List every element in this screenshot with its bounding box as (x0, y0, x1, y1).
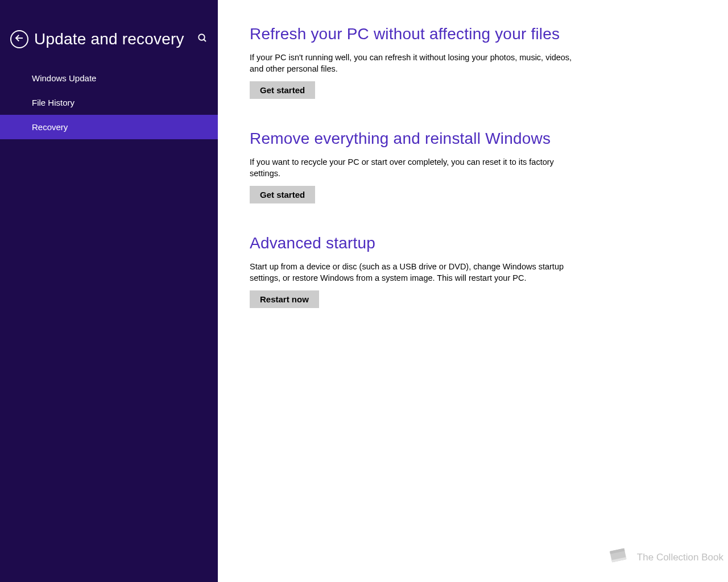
main-content: Refresh your PC without affecting your f… (218, 0, 728, 582)
svg-line-2 (204, 39, 206, 41)
search-icon (197, 33, 208, 45)
section-heading: Advanced startup (250, 234, 580, 252)
restart-now-button[interactable]: Restart now (250, 290, 319, 308)
sidebar-item-label: Recovery (32, 122, 68, 132)
section-heading: Refresh your PC without affecting your f… (250, 25, 580, 43)
watermark-text: The Collection Book (637, 552, 723, 563)
sidebar-item-recovery[interactable]: Recovery (0, 115, 218, 139)
get-started-reset-button[interactable]: Get started (250, 186, 315, 203)
section-refresh-pc: Refresh your PC without affecting your f… (250, 25, 580, 99)
sidebar-item-label: File History (32, 98, 75, 107)
section-advanced-startup: Advanced startup Start up from a device … (250, 234, 580, 308)
get-started-refresh-button[interactable]: Get started (250, 81, 315, 99)
arrow-left-icon (14, 33, 24, 45)
section-remove-everything: Remove everything and reinstall Windows … (250, 130, 580, 203)
svg-point-1 (198, 34, 205, 40)
sidebar-header: Update and recovery (0, 0, 218, 50)
section-body: If your PC isn't running well, you can r… (250, 52, 580, 74)
page-title: Update and recovery (34, 30, 184, 48)
book-icon (605, 545, 637, 569)
section-body: If you want to recycle your PC or start … (250, 157, 580, 179)
sidebar-nav: Windows Update File History Recovery (0, 66, 218, 139)
section-body: Start up from a device or disc (such as … (250, 261, 580, 284)
sidebar-item-file-history[interactable]: File History (0, 90, 218, 115)
search-button[interactable] (197, 33, 208, 45)
watermark: The Collection Book (605, 545, 723, 569)
section-heading: Remove everything and reinstall Windows (250, 130, 580, 148)
back-button[interactable] (10, 30, 28, 48)
sidebar-item-windows-update[interactable]: Windows Update (0, 66, 218, 90)
sidebar: Update and recovery Windows Update File … (0, 0, 218, 582)
sidebar-item-label: Windows Update (32, 73, 96, 83)
